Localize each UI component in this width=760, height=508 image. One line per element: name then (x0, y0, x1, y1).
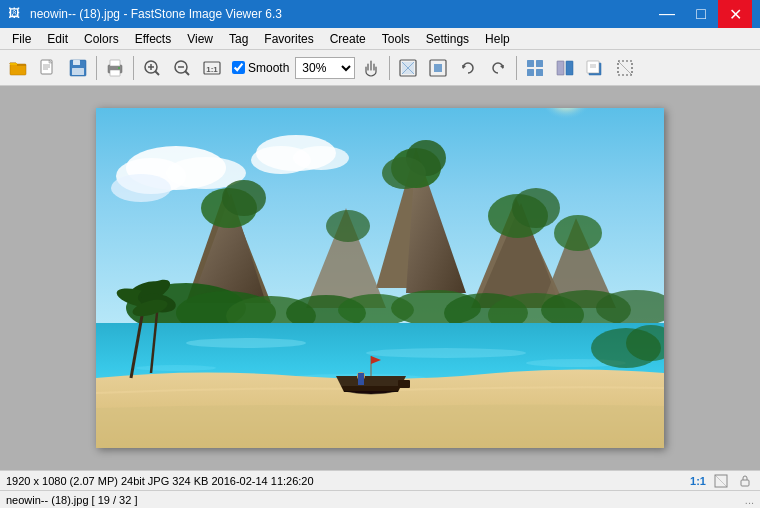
zoom-select[interactable]: 30% 10% 20% 25% 50% 75% 100% 150% 200% (295, 57, 355, 79)
minimize-button[interactable]: — (650, 0, 684, 28)
menu-file[interactable]: File (4, 30, 39, 48)
filename-label: neowin-- (18).jpg [ 19 / 32 ] (6, 494, 137, 506)
maximize-button[interactable]: □ (684, 0, 718, 28)
svg-rect-11 (110, 70, 120, 76)
svg-point-65 (554, 215, 602, 251)
thumbnail-button[interactable] (521, 54, 549, 82)
svg-text:1:1: 1:1 (206, 65, 218, 74)
open-file-button[interactable] (34, 54, 62, 82)
svg-rect-28 (527, 60, 534, 67)
close-button[interactable]: ✕ (718, 0, 752, 28)
toolbar: 1:1 Smooth 30% 10% 20% 25% 50% 75% 100% … (0, 50, 760, 86)
svg-point-63 (326, 210, 370, 242)
image-info: 1920 x 1080 (2.07 MP) 24bit JPG 324 KB 2… (6, 475, 690, 487)
menu-tools[interactable]: Tools (374, 30, 418, 48)
fit-window-button[interactable] (394, 54, 422, 82)
zoom-out-button[interactable] (168, 54, 196, 82)
svg-rect-82 (398, 380, 410, 388)
open-folder-button[interactable] (4, 54, 32, 82)
statusbar-right: 1:1 (690, 472, 754, 490)
menu-help[interactable]: Help (477, 30, 518, 48)
svg-rect-0 (10, 64, 26, 75)
crop-button[interactable] (611, 54, 639, 82)
main-view (0, 86, 760, 470)
svg-rect-7 (73, 60, 80, 65)
svg-line-16 (155, 71, 159, 75)
smooth-checkbox-container: Smooth (232, 61, 289, 75)
menu-create[interactable]: Create (322, 30, 374, 48)
menu-edit[interactable]: Edit (39, 30, 76, 48)
titlebar: 🖼 neowin-- (18).jpg - FastStone Image Vi… (0, 0, 760, 28)
svg-rect-33 (566, 61, 573, 75)
print-button[interactable] (101, 54, 129, 82)
svg-rect-30 (527, 69, 534, 76)
svg-point-12 (118, 67, 120, 69)
rotate-left-button[interactable] (454, 54, 482, 82)
menu-favorites[interactable]: Favorites (256, 30, 321, 48)
menubar: File Edit Colors Effects View Tag Favori… (0, 28, 760, 50)
pan-button[interactable] (357, 54, 385, 82)
svg-point-61 (512, 188, 560, 228)
zoom-actual-button[interactable]: 1:1 (198, 54, 226, 82)
dots-label: ... (745, 494, 754, 506)
separator-4 (516, 56, 517, 80)
smooth-checkbox[interactable] (232, 61, 245, 74)
save-button[interactable] (64, 54, 92, 82)
svg-marker-26 (462, 65, 466, 69)
menu-view[interactable]: View (179, 30, 221, 48)
separator-1 (96, 56, 97, 80)
svg-point-78 (366, 348, 526, 358)
menu-effects[interactable]: Effects (127, 30, 179, 48)
svg-point-77 (186, 338, 306, 348)
svg-rect-25 (434, 64, 442, 72)
window-title: neowin-- (18).jpg - FastStone Image View… (30, 7, 650, 21)
svg-line-96 (715, 475, 727, 487)
smooth-label[interactable]: Smooth (248, 61, 289, 75)
image-svg (96, 108, 664, 448)
statusbar-fit-button[interactable] (712, 472, 730, 490)
rotate-right-button[interactable] (484, 54, 512, 82)
svg-line-39 (618, 61, 632, 75)
svg-point-48 (293, 146, 349, 170)
menu-colors[interactable]: Colors (76, 30, 127, 48)
svg-rect-10 (110, 60, 120, 66)
svg-point-53 (382, 157, 426, 189)
svg-rect-29 (536, 60, 543, 67)
svg-rect-97 (741, 480, 749, 486)
compare-button[interactable] (551, 54, 579, 82)
svg-rect-84 (358, 373, 364, 385)
center-button[interactable] (424, 54, 452, 82)
svg-rect-1 (10, 63, 17, 65)
separator-2 (133, 56, 134, 80)
window-controls: — □ ✕ (650, 0, 752, 28)
svg-rect-8 (72, 68, 84, 75)
menu-tag[interactable]: Tag (221, 30, 256, 48)
image-display (96, 108, 664, 448)
statusbar: 1920 x 1080 (2.07 MP) 24bit JPG 324 KB 2… (0, 470, 760, 490)
svg-line-19 (185, 71, 189, 75)
svg-point-57 (222, 180, 266, 216)
svg-point-80 (136, 365, 216, 371)
zoom-ratio: 1:1 (690, 475, 706, 487)
statusbar-lock-button[interactable] (736, 472, 754, 490)
svg-marker-27 (500, 65, 504, 69)
filenamebar: neowin-- (18).jpg [ 19 / 32 ] ... (0, 490, 760, 508)
multipage-button[interactable] (581, 54, 609, 82)
svg-rect-31 (536, 69, 543, 76)
menu-settings[interactable]: Settings (418, 30, 477, 48)
zoom-in-button[interactable] (138, 54, 166, 82)
app-icon: 🖼 (8, 6, 24, 22)
separator-3 (389, 56, 390, 80)
svg-rect-32 (557, 61, 564, 75)
svg-point-45 (111, 174, 171, 202)
image-container[interactable] (96, 108, 664, 448)
